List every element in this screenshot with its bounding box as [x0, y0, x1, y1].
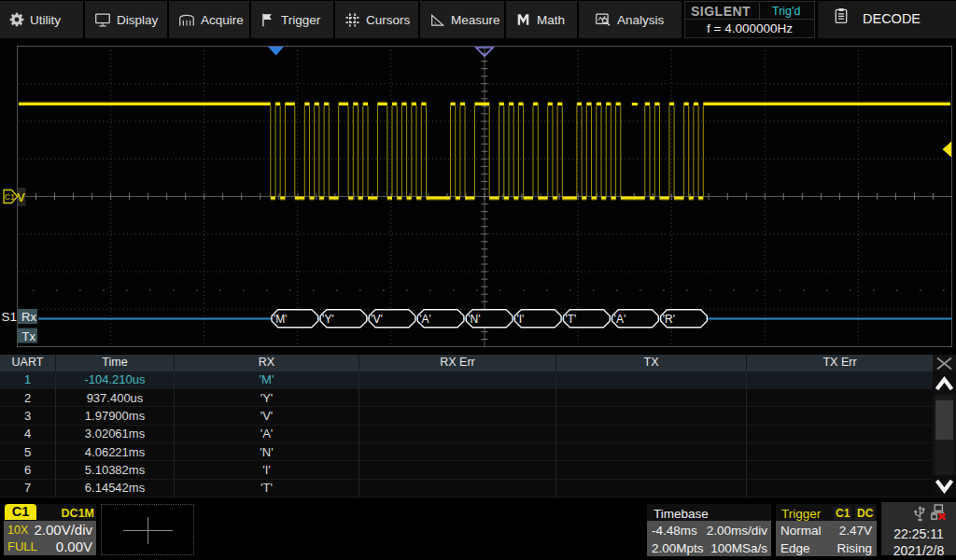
- svg-text:'A': 'A': [614, 313, 626, 326]
- svg-text:V: V: [17, 190, 25, 204]
- svg-text:S1: S1: [2, 310, 18, 324]
- svg-text:'I': 'I': [516, 313, 524, 326]
- svg-text:'N': 'N': [468, 313, 480, 326]
- svg-text:C1: C1: [5, 192, 15, 202]
- svg-text:'Y': 'Y': [322, 313, 334, 326]
- svg-text:'A': 'A': [419, 313, 431, 326]
- svg-text:'V': 'V': [371, 313, 383, 326]
- svg-text:Rx: Rx: [21, 310, 36, 324]
- svg-text:'M': 'M': [274, 313, 288, 326]
- svg-text:'T': 'T': [566, 313, 577, 326]
- svg-text:Tx: Tx: [22, 329, 36, 343]
- svg-text:'R': 'R': [663, 313, 675, 326]
